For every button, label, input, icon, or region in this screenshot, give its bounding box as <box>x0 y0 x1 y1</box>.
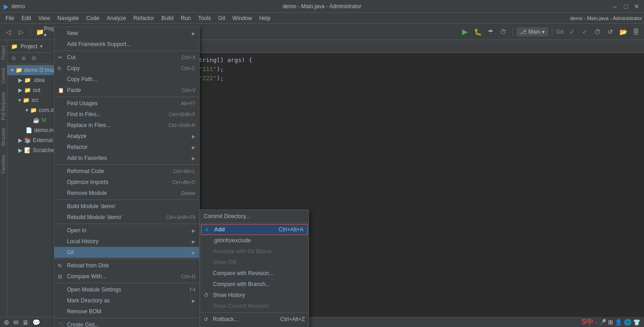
menu-navigate[interactable]: Navigate <box>54 14 82 22</box>
menu-refactor[interactable]: Refactor <box>130 14 158 22</box>
ctx-refactor[interactable]: Refactor ▶ <box>54 142 199 153</box>
ctx-refactor-arrow: ▶ <box>192 145 196 150</box>
git-check-1[interactable]: ✓ <box>567 26 577 37</box>
ctx-rebuild-module[interactable]: Rebuild Module 'demo' Ctrl+Shift+F9 <box>54 212 199 223</box>
ctx-paste[interactable]: 📋 Paste Ctrl+V <box>54 85 199 96</box>
ctx-compare-shortcut: Ctrl+D <box>181 274 196 279</box>
ctx-build-module[interactable]: Build Module 'demo' <box>54 201 199 212</box>
run-button[interactable]: ▶ <box>459 26 470 37</box>
branch-selector[interactable]: ⎇ Main ▾ <box>516 27 548 36</box>
status-icon-2[interactable]: ✉ <box>13 319 19 326</box>
menu-tools[interactable]: Tools <box>195 14 215 22</box>
sub-commit-directory[interactable]: Commit Directory... <box>200 211 309 222</box>
git-archive[interactable]: 🗄 <box>630 26 641 37</box>
ctx-add-framework[interactable]: Add Framework Support... <box>54 39 199 50</box>
ctx-local-history[interactable]: Local History ▶ <box>54 236 199 247</box>
src-folder-icon: 📁 <box>23 97 30 103</box>
ctx-reformat[interactable]: Reformat Code Ctrl+Alt+L <box>54 166 199 177</box>
iml-file-icon: 📄 <box>26 127 32 133</box>
sub-compare-revision[interactable]: Compare with Revision... <box>200 268 309 279</box>
maximize-button[interactable]: □ <box>622 3 629 10</box>
scratches-icon: 📝 <box>24 147 31 153</box>
git-folder[interactable]: 📂 <box>618 26 629 37</box>
ctx-remove-bom[interactable]: Remove BOM <box>54 306 199 317</box>
ctx-open-in[interactable]: Open In ▶ <box>54 225 199 236</box>
locate-file-button[interactable]: ⊕ <box>19 54 28 63</box>
panel-settings-button[interactable]: ⚙ <box>29 54 38 63</box>
collapse-all-button[interactable]: ⊖ <box>9 54 18 63</box>
menu-edit[interactable]: Edit <box>18 14 35 22</box>
menu-analyze[interactable]: Analyze <box>103 14 130 22</box>
close-button[interactable]: ✕ <box>633 3 640 10</box>
ctx-reload[interactable]: ↻ Reload from Disk <box>54 260 199 271</box>
menu-view[interactable]: View <box>35 14 54 22</box>
ctx-replace-in-files-label: Replace in Files... <box>67 122 110 128</box>
status-icon-1[interactable]: ⚙ <box>4 319 10 326</box>
panel-dropdown[interactable]: ▾ <box>40 44 42 49</box>
sub-push[interactable]: Push... Ctrl+Shift+K <box>200 325 309 327</box>
ctx-module-settings[interactable]: Open Module Settings F4 <box>54 284 199 295</box>
menu-build[interactable]: Build <box>158 14 177 22</box>
tray-icon-2: · <box>595 319 597 326</box>
back-button[interactable]: ◁ <box>3 26 14 37</box>
titlebar: ▶ demo demo - Main.java - Administrator … <box>0 0 644 13</box>
ctx-copy[interactable]: ⎘ Copy Ctrl+C <box>54 63 199 74</box>
copy-icon: ⎘ <box>58 66 61 71</box>
ctx-remove-module[interactable]: Remove Module Delete <box>54 188 199 199</box>
git-submenu: Commit Directory... + Add Ctrl+Alt+A .gi… <box>200 209 309 327</box>
ctx-copy-shortcut: Ctrl+C <box>181 66 196 71</box>
debug-button[interactable]: 🐛 <box>472 26 483 37</box>
ctx-remove-shortcut: Delete <box>181 190 196 196</box>
sub-show-history[interactable]: ⏱ Show History <box>200 290 309 301</box>
menu-code[interactable]: Code <box>82 14 103 22</box>
sidebar-tab-structure[interactable]: Structure <box>0 124 7 150</box>
sub-show-diff: Show Diff <box>200 257 309 268</box>
minimize-button[interactable]: – <box>611 3 618 10</box>
status-icon-3[interactable]: 🖥 <box>22 319 29 326</box>
com-folder-icon: 📁 <box>30 107 37 113</box>
profile-button[interactable]: ⏱ <box>498 26 509 37</box>
git-undo[interactable]: ↺ <box>605 26 616 37</box>
ctx-analyze[interactable]: Analyze ▶ <box>54 131 199 142</box>
code-line-3: 3 rintln("222"); <box>135 75 644 84</box>
sub-rollback[interactable]: ↺ Rollback... Ctrl+Alt+Z <box>200 314 309 325</box>
coverage-button[interactable]: ☂ <box>485 26 496 37</box>
ctx-copy-path[interactable]: Copy Path... <box>54 74 199 85</box>
ctx-build-module-label: Build Module 'demo' <box>67 203 116 209</box>
git-check-2[interactable]: ✓ <box>579 26 590 37</box>
sidebar-tab-commit[interactable]: Commit <box>0 64 7 87</box>
menu-run[interactable]: Run <box>177 14 195 22</box>
ctx-remove-module-label: Remove Module <box>67 190 107 196</box>
ctx-find-in-files[interactable]: Find in Files... Ctrl+Shift+F <box>54 109 199 120</box>
sidebar-tab-pull-requests[interactable]: Pull Requests <box>0 88 7 124</box>
reload-icon: ↻ <box>58 263 62 269</box>
ctx-rebuild-module-label: Rebuild Module 'demo' <box>67 214 122 220</box>
ctx-find-usages-label: Find Usages <box>67 100 98 107</box>
sub-git-exclude[interactable]: .git/info/exclude <box>200 235 309 246</box>
sidebar-tab-project[interactable]: Project <box>0 42 7 63</box>
menu-git[interactable]: Git <box>215 14 229 22</box>
ctx-create-gist[interactable]: ⚫ Create Gist... <box>54 319 199 327</box>
ctx-mark-directory[interactable]: Mark Directory as ▶ <box>54 295 199 306</box>
status-icon-4[interactable]: 💬 <box>32 319 40 326</box>
menu-file[interactable]: File <box>2 14 18 22</box>
sub-add[interactable]: + Add Ctrl+Alt+A <box>201 224 308 235</box>
ctx-compare-with[interactable]: ⊟ Compare With... Ctrl+D <box>54 271 199 282</box>
ctx-new[interactable]: New ▶ <box>54 28 199 39</box>
code-line-1: 1 void main(String[] args) { <box>135 56 644 66</box>
ctx-add-to-favorites[interactable]: Add to Favorites ▶ <box>54 153 199 164</box>
sub-rollback-shortcut: Ctrl+Alt+Z <box>280 316 305 322</box>
ctx-find-usages[interactable]: Find Usages Alt+F7 <box>54 98 199 109</box>
menu-help[interactable]: Help <box>256 14 274 22</box>
menu-window[interactable]: Window <box>229 14 256 22</box>
ctx-optimize-imports[interactable]: Optimize Imports Ctrl+Alt+O <box>54 177 199 188</box>
ctx-cut[interactable]: ✂ Cut Ctrl+X <box>54 52 199 63</box>
sub-compare-revision-label: Compare with Revision... <box>213 270 273 276</box>
sidebar-tab-favorites[interactable]: Favorites <box>0 151 7 177</box>
sub-compare-branch[interactable]: Compare with Branch... <box>200 279 309 290</box>
forward-button[interactable]: ▷ <box>15 26 26 37</box>
window-title: demo - Main.java - Administrator <box>570 15 642 21</box>
ctx-replace-in-files[interactable]: Replace in Files... Ctrl+Shift+R <box>54 120 199 131</box>
ctx-git[interactable]: Git ▶ <box>54 247 199 258</box>
git-history[interactable]: ⏱ <box>592 26 603 37</box>
